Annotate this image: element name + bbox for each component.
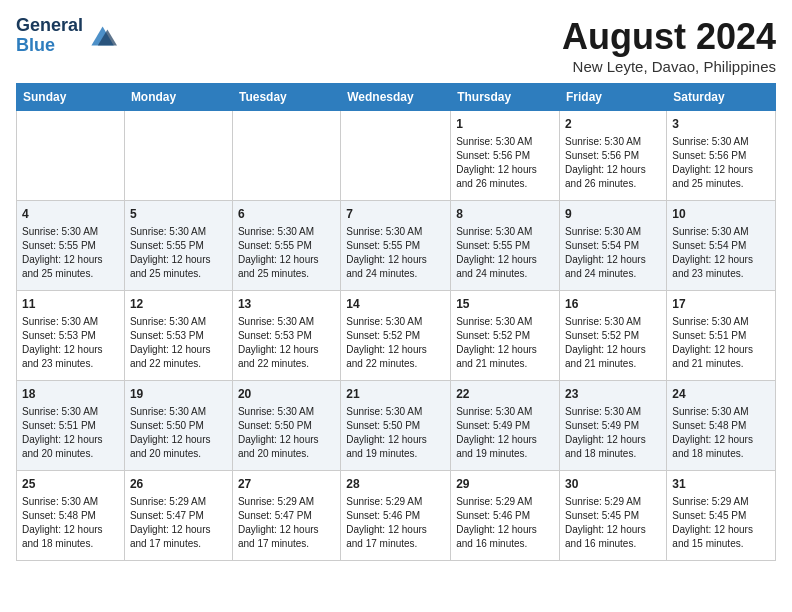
day-number: 31	[672, 476, 770, 493]
day-number: 23	[565, 386, 661, 403]
calendar-cell	[124, 111, 232, 201]
calendar-cell: 24Sunrise: 5:30 AMSunset: 5:48 PMDayligh…	[667, 381, 776, 471]
day-detail: Sunrise: 5:30 AMSunset: 5:53 PMDaylight:…	[238, 315, 335, 371]
day-detail: Sunrise: 5:30 AMSunset: 5:55 PMDaylight:…	[130, 225, 227, 281]
calendar-cell: 27Sunrise: 5:29 AMSunset: 5:47 PMDayligh…	[232, 471, 340, 561]
calendar-cell: 23Sunrise: 5:30 AMSunset: 5:49 PMDayligh…	[560, 381, 667, 471]
day-number: 18	[22, 386, 119, 403]
calendar-cell: 12Sunrise: 5:30 AMSunset: 5:53 PMDayligh…	[124, 291, 232, 381]
day-number: 10	[672, 206, 770, 223]
calendar-cell: 13Sunrise: 5:30 AMSunset: 5:53 PMDayligh…	[232, 291, 340, 381]
calendar-cell: 9Sunrise: 5:30 AMSunset: 5:54 PMDaylight…	[560, 201, 667, 291]
day-number: 13	[238, 296, 335, 313]
day-number: 7	[346, 206, 445, 223]
day-detail: Sunrise: 5:29 AMSunset: 5:45 PMDaylight:…	[672, 495, 770, 551]
calendar-cell: 18Sunrise: 5:30 AMSunset: 5:51 PMDayligh…	[17, 381, 125, 471]
day-detail: Sunrise: 5:30 AMSunset: 5:56 PMDaylight:…	[672, 135, 770, 191]
day-detail: Sunrise: 5:30 AMSunset: 5:48 PMDaylight:…	[22, 495, 119, 551]
calendar-cell: 7Sunrise: 5:30 AMSunset: 5:55 PMDaylight…	[341, 201, 451, 291]
day-number: 24	[672, 386, 770, 403]
day-detail: Sunrise: 5:30 AMSunset: 5:55 PMDaylight:…	[346, 225, 445, 281]
day-number: 16	[565, 296, 661, 313]
day-detail: Sunrise: 5:29 AMSunset: 5:46 PMDaylight:…	[346, 495, 445, 551]
col-header-tuesday: Tuesday	[232, 84, 340, 111]
day-number: 22	[456, 386, 554, 403]
month-year-title: August 2024	[562, 16, 776, 58]
day-detail: Sunrise: 5:30 AMSunset: 5:49 PMDaylight:…	[456, 405, 554, 461]
day-detail: Sunrise: 5:30 AMSunset: 5:55 PMDaylight:…	[22, 225, 119, 281]
day-detail: Sunrise: 5:29 AMSunset: 5:45 PMDaylight:…	[565, 495, 661, 551]
day-detail: Sunrise: 5:30 AMSunset: 5:48 PMDaylight:…	[672, 405, 770, 461]
day-number: 9	[565, 206, 661, 223]
day-detail: Sunrise: 5:30 AMSunset: 5:50 PMDaylight:…	[130, 405, 227, 461]
day-number: 14	[346, 296, 445, 313]
day-number: 25	[22, 476, 119, 493]
calendar-cell: 16Sunrise: 5:30 AMSunset: 5:52 PMDayligh…	[560, 291, 667, 381]
calendar-cell: 22Sunrise: 5:30 AMSunset: 5:49 PMDayligh…	[451, 381, 560, 471]
calendar-cell: 21Sunrise: 5:30 AMSunset: 5:50 PMDayligh…	[341, 381, 451, 471]
calendar-week-row: 1Sunrise: 5:30 AMSunset: 5:56 PMDaylight…	[17, 111, 776, 201]
day-detail: Sunrise: 5:30 AMSunset: 5:51 PMDaylight:…	[22, 405, 119, 461]
day-number: 26	[130, 476, 227, 493]
logo: GeneralBlue	[16, 16, 117, 56]
day-number: 4	[22, 206, 119, 223]
calendar-cell	[232, 111, 340, 201]
calendar-cell: 3Sunrise: 5:30 AMSunset: 5:56 PMDaylight…	[667, 111, 776, 201]
day-number: 15	[456, 296, 554, 313]
day-detail: Sunrise: 5:29 AMSunset: 5:46 PMDaylight:…	[456, 495, 554, 551]
logo-text: GeneralBlue	[16, 16, 83, 56]
day-number: 30	[565, 476, 661, 493]
day-detail: Sunrise: 5:30 AMSunset: 5:53 PMDaylight:…	[130, 315, 227, 371]
calendar-cell: 19Sunrise: 5:30 AMSunset: 5:50 PMDayligh…	[124, 381, 232, 471]
calendar-week-row: 11Sunrise: 5:30 AMSunset: 5:53 PMDayligh…	[17, 291, 776, 381]
day-number: 29	[456, 476, 554, 493]
day-number: 2	[565, 116, 661, 133]
calendar-cell: 1Sunrise: 5:30 AMSunset: 5:56 PMDaylight…	[451, 111, 560, 201]
calendar-cell: 10Sunrise: 5:30 AMSunset: 5:54 PMDayligh…	[667, 201, 776, 291]
calendar-cell: 28Sunrise: 5:29 AMSunset: 5:46 PMDayligh…	[341, 471, 451, 561]
calendar-cell: 25Sunrise: 5:30 AMSunset: 5:48 PMDayligh…	[17, 471, 125, 561]
calendar-cell	[341, 111, 451, 201]
day-detail: Sunrise: 5:30 AMSunset: 5:56 PMDaylight:…	[456, 135, 554, 191]
day-detail: Sunrise: 5:30 AMSunset: 5:50 PMDaylight:…	[346, 405, 445, 461]
calendar-cell: 31Sunrise: 5:29 AMSunset: 5:45 PMDayligh…	[667, 471, 776, 561]
day-number: 6	[238, 206, 335, 223]
day-number: 3	[672, 116, 770, 133]
calendar-cell: 20Sunrise: 5:30 AMSunset: 5:50 PMDayligh…	[232, 381, 340, 471]
day-detail: Sunrise: 5:30 AMSunset: 5:51 PMDaylight:…	[672, 315, 770, 371]
day-detail: Sunrise: 5:29 AMSunset: 5:47 PMDaylight:…	[130, 495, 227, 551]
calendar-cell: 6Sunrise: 5:30 AMSunset: 5:55 PMDaylight…	[232, 201, 340, 291]
calendar-cell: 30Sunrise: 5:29 AMSunset: 5:45 PMDayligh…	[560, 471, 667, 561]
calendar-cell: 8Sunrise: 5:30 AMSunset: 5:55 PMDaylight…	[451, 201, 560, 291]
calendar-week-row: 18Sunrise: 5:30 AMSunset: 5:51 PMDayligh…	[17, 381, 776, 471]
day-detail: Sunrise: 5:30 AMSunset: 5:55 PMDaylight:…	[456, 225, 554, 281]
calendar-cell: 5Sunrise: 5:30 AMSunset: 5:55 PMDaylight…	[124, 201, 232, 291]
calendar-week-row: 25Sunrise: 5:30 AMSunset: 5:48 PMDayligh…	[17, 471, 776, 561]
day-detail: Sunrise: 5:30 AMSunset: 5:50 PMDaylight:…	[238, 405, 335, 461]
col-header-monday: Monday	[124, 84, 232, 111]
day-number: 11	[22, 296, 119, 313]
col-header-thursday: Thursday	[451, 84, 560, 111]
calendar-table: SundayMondayTuesdayWednesdayThursdayFrid…	[16, 83, 776, 561]
day-number: 12	[130, 296, 227, 313]
calendar-cell: 11Sunrise: 5:30 AMSunset: 5:53 PMDayligh…	[17, 291, 125, 381]
day-number: 28	[346, 476, 445, 493]
calendar-cell: 15Sunrise: 5:30 AMSunset: 5:52 PMDayligh…	[451, 291, 560, 381]
title-block: August 2024 New Leyte, Davao, Philippine…	[562, 16, 776, 75]
day-number: 20	[238, 386, 335, 403]
calendar-cell: 14Sunrise: 5:30 AMSunset: 5:52 PMDayligh…	[341, 291, 451, 381]
location-subtitle: New Leyte, Davao, Philippines	[562, 58, 776, 75]
day-number: 19	[130, 386, 227, 403]
day-detail: Sunrise: 5:30 AMSunset: 5:54 PMDaylight:…	[565, 225, 661, 281]
day-detail: Sunrise: 5:30 AMSunset: 5:49 PMDaylight:…	[565, 405, 661, 461]
calendar-cell: 2Sunrise: 5:30 AMSunset: 5:56 PMDaylight…	[560, 111, 667, 201]
day-detail: Sunrise: 5:30 AMSunset: 5:53 PMDaylight:…	[22, 315, 119, 371]
day-number: 1	[456, 116, 554, 133]
day-number: 8	[456, 206, 554, 223]
day-detail: Sunrise: 5:30 AMSunset: 5:52 PMDaylight:…	[456, 315, 554, 371]
day-detail: Sunrise: 5:29 AMSunset: 5:47 PMDaylight:…	[238, 495, 335, 551]
day-detail: Sunrise: 5:30 AMSunset: 5:52 PMDaylight:…	[565, 315, 661, 371]
calendar-cell: 17Sunrise: 5:30 AMSunset: 5:51 PMDayligh…	[667, 291, 776, 381]
logo-icon	[85, 22, 117, 50]
col-header-sunday: Sunday	[17, 84, 125, 111]
